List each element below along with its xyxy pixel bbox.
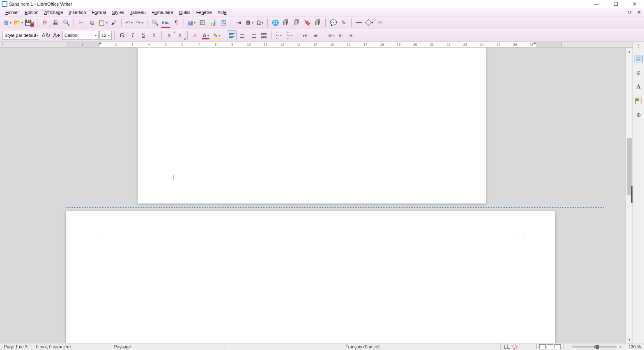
menu-fichier[interactable]: Fichier: [2, 9, 22, 16]
sidebar-properties-icon[interactable]: ☰: [635, 55, 643, 63]
text-cursor: [259, 227, 259, 234]
align-left-button[interactable]: [227, 30, 237, 40]
insert-image-button[interactable]: 🖼: [197, 18, 207, 27]
status-page[interactable]: Page 1 de 3: [0, 343, 32, 350]
basic-shapes-button[interactable]: ▾: [365, 18, 375, 27]
insert-table-button[interactable]: ▦▾: [186, 18, 196, 27]
horizontal-ruler[interactable]: 1123456789101112131415161718192021222324…: [0, 42, 644, 48]
underline-button[interactable]: S: [138, 30, 148, 40]
font-size-combo[interactable]: 12▾: [99, 31, 112, 40]
menu-fenêtre[interactable]: Fenêtre: [193, 9, 215, 16]
paste-button[interactable]: 📋▾: [98, 18, 108, 27]
scroll-up-button[interactable]: ▴: [626, 48, 632, 55]
print-preview-button[interactable]: 🔍: [61, 18, 71, 27]
insert-symbol-button[interactable]: Ω▾: [255, 18, 265, 27]
find-replace-button[interactable]: 🔍: [150, 18, 160, 27]
document-area[interactable]: [0, 48, 632, 343]
decrease-para-spacing-button[interactable]: ≡↓: [347, 30, 357, 40]
number-list-button[interactable]: 1 ─2 ─3 ─▾: [285, 30, 294, 40]
menu-outils[interactable]: Outils: [176, 9, 193, 16]
insert-field-button[interactable]: 🗏▾: [244, 18, 254, 27]
new-style-button[interactable]: A+: [52, 30, 62, 40]
menu-format[interactable]: Format: [89, 9, 109, 16]
status-language[interactable]: Français (France): [225, 343, 501, 350]
insert-textbox-button[interactable]: A: [218, 18, 228, 27]
insert-pagebreak-button[interactable]: ⇥: [234, 18, 244, 27]
italic-button[interactable]: I: [128, 30, 138, 40]
subscript-button[interactable]: X: [175, 30, 185, 40]
menu-tableau[interactable]: Tableau: [127, 9, 149, 16]
sidebar-handle[interactable]: [637, 44, 640, 48]
update-style-button[interactable]: A↻: [41, 30, 51, 40]
menu-formulaire[interactable]: Formulaire: [149, 9, 176, 16]
redo-button[interactable]: ↷▾: [135, 18, 145, 27]
save-button[interactable]: 💾▾: [24, 18, 34, 27]
status-insert-mode[interactable]: [501, 345, 520, 349]
status-view-buttons[interactable]: [536, 344, 563, 349]
status-zoom-value[interactable]: 130 %: [625, 343, 644, 350]
sidebar-page-icon[interactable]: 🗎: [635, 69, 643, 77]
cut-button[interactable]: ✂: [76, 18, 86, 27]
zoom-in-button[interactable]: +: [619, 344, 622, 349]
insert-line-button[interactable]: [354, 18, 364, 27]
strikethrough-button[interactable]: S: [149, 30, 159, 40]
minimize-button[interactable]: —: [587, 0, 606, 8]
insert-bookmark-button[interactable]: 🔖: [302, 18, 312, 27]
scroll-down-button[interactable]: ▾: [626, 336, 632, 343]
close-document-button[interactable]: ✕: [636, 9, 642, 16]
menu-styles[interactable]: Styles: [109, 9, 127, 16]
decrease-indent-button[interactable]: ◂≡: [310, 30, 320, 40]
sidebar-styles-icon[interactable]: A: [635, 83, 643, 91]
bullet-list-button[interactable]: • ─• ─• ─▾: [274, 30, 284, 40]
insert-comment-button[interactable]: 💬: [328, 18, 338, 27]
insert-endnote-button[interactable]: 🗐: [292, 18, 301, 27]
clear-format-button[interactable]: A: [190, 30, 200, 40]
insert-footnote-button[interactable]: 🗐: [281, 18, 291, 27]
insert-hyperlink-button[interactable]: 🌐: [270, 18, 280, 27]
font-color-button[interactable]: A▾: [201, 30, 211, 40]
open-button[interactable]: 📂▾: [13, 18, 23, 27]
copy-button[interactable]: ⧉: [87, 18, 97, 27]
print-button[interactable]: 🖶: [51, 18, 60, 27]
draw-functions-button[interactable]: ✏: [375, 18, 385, 27]
update-icon[interactable]: ⟳: [627, 9, 633, 16]
menu-aide[interactable]: Aide: [215, 9, 230, 16]
zoom-slider[interactable]: [572, 346, 617, 348]
bold-button[interactable]: G: [117, 30, 127, 40]
maximize-button[interactable]: ☐: [606, 0, 625, 8]
status-zoom[interactable]: − +: [563, 344, 625, 349]
superscript-button[interactable]: X: [164, 30, 174, 40]
export-pdf-button[interactable]: ⎘: [40, 18, 50, 27]
increase-indent-button[interactable]: ▸≡: [300, 30, 310, 40]
track-changes-button[interactable]: ✎: [339, 18, 349, 27]
paragraph-style-combo[interactable]: Style par défaut▾: [2, 31, 40, 40]
sidebar-gallery-icon[interactable]: [635, 97, 643, 105]
undo-button[interactable]: ↶▾: [124, 18, 134, 27]
insert-chart-button[interactable]: 📊: [208, 18, 218, 27]
page-2[interactable]: [66, 211, 555, 343]
page-1[interactable]: [138, 48, 486, 204]
menu-bar: FichierÉditionAffichageInsertionFormatSt…: [0, 8, 644, 16]
insert-crossref-button[interactable]: 🗐: [313, 18, 323, 27]
align-right-button[interactable]: [248, 30, 258, 40]
status-wordcount[interactable]: 0 mot, 0 caractère: [32, 343, 110, 350]
new-button[interactable]: 🗎▾: [2, 18, 12, 27]
formatting-marks-button[interactable]: ¶: [171, 18, 181, 27]
status-page-style[interactable]: Paysage: [110, 343, 225, 350]
align-center-button[interactable]: [237, 30, 247, 40]
spellcheck-button[interactable]: Abc: [161, 18, 170, 27]
menu-édition[interactable]: Édition: [22, 9, 41, 16]
line-spacing-button[interactable]: ↕≡▾: [326, 30, 336, 40]
vertical-scrollbar[interactable]: ▴ ▾: [626, 48, 632, 343]
close-window-button[interactable]: ✕: [625, 0, 644, 8]
increase-para-spacing-button[interactable]: ≡↑: [336, 30, 346, 40]
align-justify-button[interactable]: [259, 30, 269, 40]
menu-affichage[interactable]: Affichage: [41, 9, 66, 16]
font-name-combo[interactable]: Calibri▾: [62, 31, 99, 40]
highlight-button[interactable]: ✎▾: [212, 30, 221, 40]
menu-insertion[interactable]: Insertion: [66, 9, 89, 16]
page-separator: [66, 207, 604, 208]
zoom-out-button[interactable]: −: [567, 344, 569, 349]
clone-format-button[interactable]: 🖌: [109, 18, 119, 27]
sidebar-navigator-icon[interactable]: ⊕: [635, 111, 643, 119]
